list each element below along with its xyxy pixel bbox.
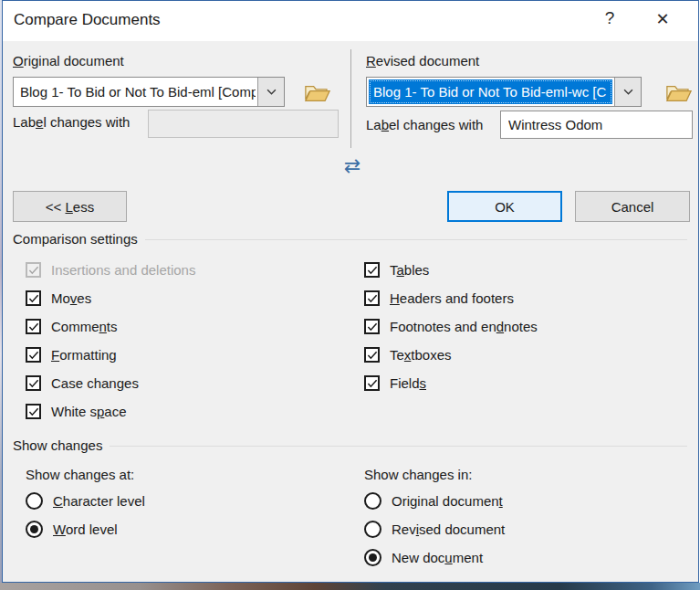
option-label: Fields — [390, 375, 426, 391]
checkmark-icon — [367, 379, 378, 388]
option-label: New document — [392, 550, 483, 565]
ok-button[interactable]: OK — [447, 191, 562, 222]
checkbox-box[interactable] — [364, 375, 380, 391]
dialog-title: Compare Documents — [14, 11, 161, 29]
revised-label-changes-with-label: Label changes with — [366, 117, 483, 132]
checkbox-case-changes[interactable]: Case changes — [26, 374, 195, 393]
checkbox-box[interactable] — [364, 262, 380, 278]
radio-circle[interactable] — [364, 521, 381, 538]
checkbox-formatting[interactable]: Formatting — [26, 345, 195, 364]
option-label: Textboxes — [390, 347, 452, 363]
revised-browse-folder-icon[interactable] — [665, 80, 693, 105]
radio-circle[interactable] — [364, 549, 381, 566]
radio-circle[interactable] — [364, 492, 381, 510]
checkbox-fields[interactable]: Fields — [364, 374, 538, 393]
screen: Compare Documents ? ✕ Original document … — [0, 0, 700, 590]
group-divider-line — [110, 446, 687, 447]
revised-document-combobox-value: Blog 1- To Bid or Not To Bid-eml-wc [C — [369, 79, 612, 104]
revised-combobox-dropdown-button[interactable] — [614, 78, 641, 106]
label-text: ord level — [66, 522, 118, 537]
option-label: Word level — [53, 522, 118, 537]
revised-document-label: Revised document — [366, 53, 479, 68]
label-text: riginal document — [24, 53, 124, 68]
label-text: es — [124, 375, 139, 391]
checkbox-box[interactable] — [26, 347, 41, 363]
original-document-label: Original document — [13, 53, 124, 68]
close-icon[interactable]: ✕ — [647, 9, 678, 28]
radio-new-document[interactable]: New document — [364, 548, 505, 567]
label-accel: F — [51, 347, 59, 363]
checkbox-footnotes-and-endnotes[interactable]: Footnotes and endnotes — [364, 317, 538, 336]
label-accel: b — [381, 117, 389, 132]
checkbox-headers-and-footers[interactable]: Headers and footers — [364, 289, 538, 308]
checkbox-box[interactable] — [26, 319, 41, 334]
radio-circle[interactable] — [26, 492, 43, 510]
chevron-down-icon — [623, 89, 633, 95]
option-label: Footnotes and endnotes — [390, 319, 538, 334]
radio-character-level[interactable]: Character level — [26, 491, 145, 511]
label-text: Insertions and deletions — [51, 262, 195, 278]
option-label: Character level — [53, 493, 145, 509]
label-text: << — [46, 199, 66, 215]
checkbox-box[interactable] — [364, 319, 380, 334]
option-label: White space — [51, 404, 127, 419]
checkbox-moves[interactable]: Moves — [26, 289, 195, 308]
original-document-combobox[interactable]: Blog 1- To Bid or Not To Bid-eml [Comp — [13, 77, 285, 107]
checkmark-icon — [28, 322, 39, 332]
radio-word-level[interactable]: Word level — [26, 520, 145, 539]
checkmark-icon — [367, 294, 378, 303]
checkmark-icon — [367, 351, 378, 360]
help-icon[interactable]: ? — [596, 8, 623, 28]
revised-label-changes-input[interactable] — [500, 111, 693, 139]
original-browse-folder-icon[interactable] — [304, 80, 331, 105]
show-changes-group-header: Show changes — [13, 437, 687, 453]
label-text: ess — [73, 199, 94, 215]
label-text: notes — [504, 319, 538, 334]
swap-documents-icon[interactable]: ⇄ — [337, 154, 368, 177]
comparison-settings-title: Comparison settings — [13, 231, 138, 247]
checkbox-box[interactable] — [26, 404, 41, 419]
checkbox-comments[interactable]: Comments — [26, 317, 195, 336]
option-label: Revised document — [392, 522, 505, 537]
checkmark-icon — [28, 294, 39, 303]
cancel-button[interactable]: Cancel — [575, 191, 690, 222]
label-accel: d — [496, 319, 504, 334]
checkbox-box[interactable] — [364, 290, 380, 306]
checkbox-textboxes[interactable]: Textboxes — [364, 345, 538, 364]
radio-original-document[interactable]: Original document — [364, 491, 505, 511]
checkmark-icon — [28, 351, 39, 360]
show-changes-in-label: Show changes in: — [364, 467, 472, 482]
checkbox-box[interactable] — [26, 290, 41, 306]
open-folder-icon — [665, 80, 693, 105]
comparison-checkbox-column-left: Insertions and deletionsMovesCommentsFor… — [26, 260, 195, 430]
checkmark-icon — [367, 266, 378, 275]
revised-document-combobox[interactable]: Blog 1- To Bid or Not To Bid-eml-wc [C — [366, 77, 642, 107]
checkbox-tables[interactable]: Tables — [364, 260, 538, 279]
original-document-combobox-value: Blog 1- To Bid or Not To Bid-eml [Comp — [16, 79, 256, 104]
show-changes-in-radio-group: Original documentRevised documentNew doc… — [364, 491, 505, 576]
label-accel: L — [66, 199, 73, 215]
original-combobox-dropdown-button[interactable] — [257, 78, 284, 106]
checkbox-box[interactable] — [364, 347, 380, 363]
checkbox-box — [26, 262, 41, 278]
checkbox-white-space[interactable]: White space — [26, 402, 195, 421]
dialog-titlebar: Compare Documents ? ✕ — [3, 1, 698, 41]
open-folder-icon — [304, 80, 331, 105]
label-text: ment — [453, 550, 483, 565]
checkbox-box[interactable] — [26, 375, 41, 391]
label-text: bles — [404, 262, 430, 278]
radio-circle[interactable] — [26, 521, 43, 538]
label-text: New doc — [392, 550, 444, 565]
radio-revised-document[interactable]: Revised document — [364, 520, 505, 539]
label-accel: s — [420, 375, 427, 391]
less-button[interactable]: << Less — [13, 191, 127, 222]
label-text: Mo — [51, 290, 70, 306]
label-text: sed document — [419, 522, 505, 537]
label-accel: g — [117, 375, 124, 391]
radio-dot — [369, 553, 377, 562]
checkmark-icon — [28, 407, 39, 416]
option-label: Moves — [51, 290, 91, 306]
label-text: Footnotes and en — [390, 319, 496, 334]
label-text: Case chan — [51, 375, 117, 391]
label-text: White s — [51, 404, 97, 419]
